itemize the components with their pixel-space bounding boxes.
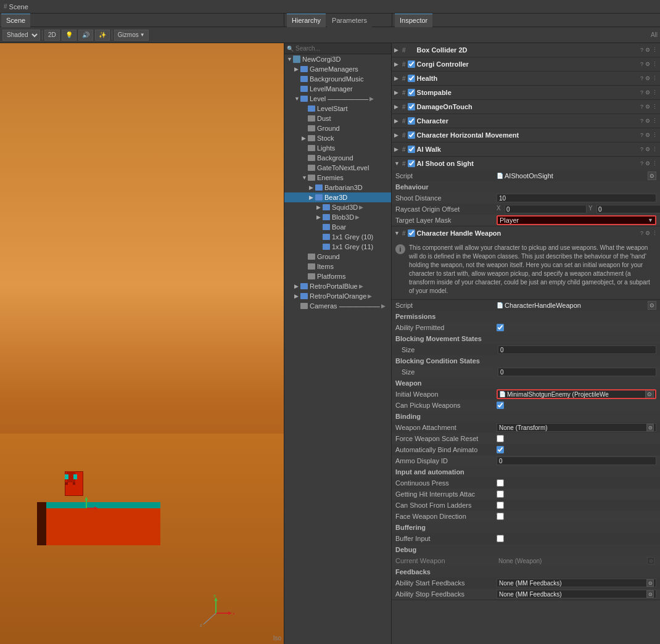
hit-interrupts-checkbox[interactable]	[497, 490, 504, 498]
corgi-controller-header[interactable]: ▶ # Corgi Controller ? ⚙ ⋮	[392, 57, 660, 71]
question-icon[interactable]: ?	[640, 160, 643, 167]
question-icon[interactable]: ?	[640, 104, 643, 110]
shoot-ladders-checkbox[interactable]	[497, 502, 504, 509]
list-item[interactable]: Ground	[284, 252, 391, 262]
list-item[interactable]: Platforms	[284, 271, 391, 281]
list-item[interactable]: LevelStart	[284, 104, 391, 114]
x-input[interactable]	[505, 205, 587, 213]
parameters-tab[interactable]: Parameters	[327, 14, 372, 27]
menu-icon[interactable]: ⋮	[652, 75, 658, 81]
light-button[interactable]: 💡	[62, 30, 76, 41]
comp-checkbox[interactable]	[408, 60, 415, 68]
initial-weapon-highlight[interactable]: 📄 MinimalShotgunEnemy (ProjectileWe ⊙	[497, 389, 656, 399]
stompable-header[interactable]: ▶ # Stompable ? ⚙ ⋮	[392, 86, 660, 99]
stop-feedbacks-ref[interactable]: None (MM Feedbacks) ⊙	[497, 590, 656, 598]
ai-shoot-header[interactable]: ▼ # AI Shoot on Sight ? ⚙ ⋮	[392, 157, 660, 170]
settings-icon[interactable]: ⚙	[645, 75, 650, 81]
question-icon[interactable]: ?	[640, 230, 643, 236]
stop-feedbacks-btn[interactable]: ⊙	[646, 590, 654, 598]
list-item[interactable]: Items	[284, 262, 391, 271]
list-item[interactable]: LevelManager	[284, 84, 391, 94]
settings-icon[interactable]: ⚙	[645, 104, 650, 110]
size-input[interactable]	[498, 345, 656, 354]
bear3d-item[interactable]: ▶ Bear3D	[284, 192, 391, 202]
hierarchy-search-input[interactable]	[295, 45, 389, 52]
size-input[interactable]	[498, 368, 656, 376]
comp-checkbox[interactable]	[408, 131, 415, 139]
list-item[interactable]: BackgroundMusic	[284, 74, 391, 84]
continuous-press-checkbox[interactable]	[497, 479, 504, 487]
list-item[interactable]: ▶ Squid3D ▶	[284, 202, 391, 212]
ai-walk-header[interactable]: ▶ # AI Walk ? ⚙ ⋮	[392, 142, 660, 156]
component-check[interactable]	[408, 46, 415, 54]
settings-icon[interactable]: ⚙	[645, 61, 650, 67]
shaded-select[interactable]: Shaded	[2, 30, 40, 41]
attachment-btn[interactable]: ⊙	[646, 424, 654, 431]
list-item[interactable]: Boar	[284, 222, 391, 232]
settings-icon[interactable]: ⚙	[645, 132, 650, 138]
fx-button[interactable]: ✨	[95, 30, 110, 41]
comp-checkbox[interactable]	[408, 117, 415, 125]
target-btn[interactable]: ⊙	[648, 171, 656, 180]
menu-icon[interactable]: ⋮	[652, 61, 658, 67]
ability-permitted-checkbox[interactable]	[497, 324, 504, 331]
face-weapon-checkbox[interactable]	[497, 513, 504, 520]
settings-icon[interactable]: ⚙	[645, 160, 650, 167]
attachment-ref[interactable]: None (Transform) ⊙	[497, 423, 656, 432]
comp-checkbox[interactable]	[408, 89, 415, 96]
buffer-input-checkbox[interactable]	[497, 535, 504, 542]
box-collider-header[interactable]: ▶ # Box Collider 2D ? ⚙ ⋮	[392, 43, 660, 57]
scene-tab[interactable]: Scene	[1, 14, 30, 27]
settings-icon[interactable]: ⚙	[645, 230, 650, 236]
player-highlight[interactable]: Player ▼	[497, 215, 656, 225]
y-input[interactable]	[596, 205, 660, 213]
list-item[interactable]: Dust	[284, 114, 391, 123]
audio-button[interactable]: 🔊	[78, 30, 93, 41]
question-icon[interactable]: ?	[640, 61, 643, 67]
list-item[interactable]: ▼ Enemies	[284, 173, 391, 183]
auto-bind-checkbox[interactable]	[497, 446, 504, 453]
hierarchy-root[interactable]: ▼ NewCorgi3D	[284, 54, 391, 64]
settings-icon[interactable]: ⚙	[645, 89, 650, 96]
comp-checkbox[interactable]	[408, 146, 415, 153]
2d-button[interactable]: 2D	[44, 30, 60, 41]
list-item[interactable]: GateToNextLevel	[284, 163, 391, 173]
list-item[interactable]: ▶ Blob3D ▶	[284, 212, 391, 222]
char-horiz-header[interactable]: ▶ # Character Horizontal Movement ? ⚙ ⋮	[392, 128, 660, 142]
question-icon[interactable]: ?	[640, 89, 643, 96]
list-item[interactable]: 1x1 Grey (10)	[284, 232, 391, 242]
list-item[interactable]: 1x1 Grey (11)	[284, 242, 391, 252]
list-item[interactable]: Ground	[284, 123, 391, 133]
menu-icon[interactable]: ⋮	[652, 230, 658, 236]
menu-icon[interactable]: ⋮	[652, 89, 658, 96]
list-item[interactable]: ▶ Barbarian3D	[284, 183, 391, 192]
weapon-target-btn[interactable]: ⊙	[645, 390, 654, 398]
inspector-tab[interactable]: Inspector	[395, 14, 432, 27]
damage-on-touch-header[interactable]: ▶ # DamageOnTouch ? ⚙ ⋮	[392, 100, 660, 114]
menu-icon[interactable]: ⋮	[652, 104, 658, 110]
question-icon[interactable]: ?	[640, 75, 643, 81]
list-item[interactable]: ▼ Level —————— ▶	[284, 94, 391, 104]
shoot-distance-input[interactable]	[497, 194, 656, 202]
menu-icon[interactable]: ⋮	[652, 118, 658, 124]
menu-icon[interactable]: ⋮	[652, 146, 658, 152]
question-icon[interactable]: ?	[640, 47, 643, 53]
gizmos-button[interactable]: Gizmos ▼	[114, 30, 149, 41]
list-item[interactable]: ▶ GameManagers	[284, 64, 391, 74]
settings-icon[interactable]: ⚙	[645, 146, 650, 152]
list-item[interactable]: ▶ Stock	[284, 133, 391, 143]
dropdown-arrow[interactable]: ▼	[648, 217, 653, 223]
menu-icon[interactable]: ⋮	[652, 160, 658, 167]
question-icon[interactable]: ?	[640, 118, 643, 124]
list-item[interactable]: Cameras —————— ▶	[284, 301, 391, 311]
list-item[interactable]: Lights	[284, 143, 391, 153]
start-feedbacks-btn[interactable]: ⊙	[646, 579, 654, 587]
force-scale-checkbox[interactable]	[497, 435, 504, 442]
transform-handle[interactable]	[74, 496, 99, 521]
settings-icon[interactable]: ⚙	[645, 118, 650, 124]
menu-icon[interactable]: ⋮	[652, 132, 658, 138]
comp-checkbox[interactable]	[408, 229, 415, 237]
comp-checkbox[interactable]	[408, 160, 415, 167]
list-item[interactable]: Background	[284, 153, 391, 163]
list-item[interactable]: ▶ RetroPortalOrange ▶	[284, 291, 391, 301]
